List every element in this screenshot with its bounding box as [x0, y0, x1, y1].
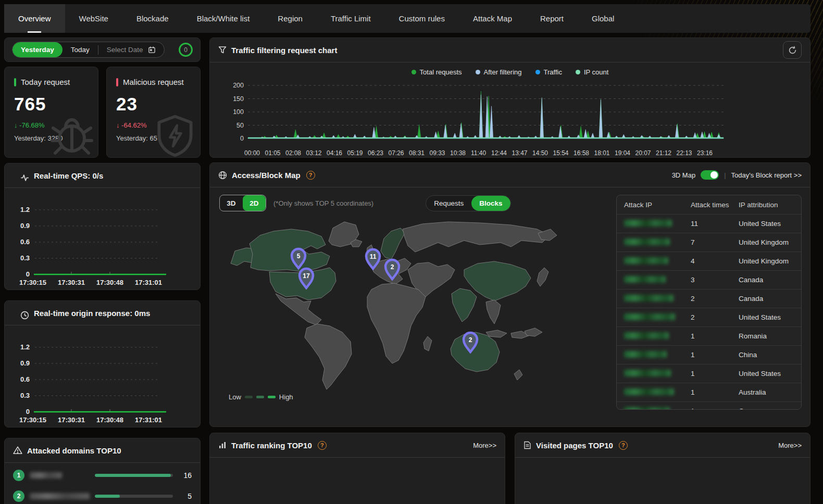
date-option-yesterday[interactable]: Yesterday — [13, 42, 63, 57]
select-date-label: Select Date — [107, 46, 143, 54]
ip-attribution-value: Australia — [739, 388, 794, 396]
help-icon[interactable]: ? — [619, 441, 628, 450]
svg-text:2: 2 — [391, 263, 394, 271]
ip-attribution-value: United States — [739, 370, 794, 377]
map-mode-requests[interactable]: Requests — [426, 196, 471, 211]
select-date-button[interactable]: Select Date — [98, 42, 164, 57]
attack-table-row[interactable]: 2Canada — [617, 289, 801, 308]
attack-times-value: 3 — [691, 276, 739, 284]
tab-overview[interactable]: Overview — [4, 4, 65, 33]
attack-table-row[interactable]: 3Canada — [617, 270, 801, 289]
tab-website[interactable]: WebSite — [65, 4, 122, 33]
notification-count-badge[interactable]: 0 — [179, 43, 193, 57]
svg-text:17:30:15: 17:30:15 — [19, 279, 46, 286]
card-title: Malicious request — [116, 78, 191, 86]
traffic-ranking-more-link[interactable]: More>> — [473, 442, 496, 449]
attack-table-row[interactable]: 4United Kingdom — [617, 251, 801, 270]
date-option-today[interactable]: Today — [63, 42, 98, 57]
map-3d-toggle-label: 3D Map — [672, 171, 696, 179]
help-icon[interactable]: ? — [306, 171, 315, 180]
warning-icon — [13, 446, 22, 455]
legend-label: Total requests — [420, 68, 462, 76]
svg-text:150: 150 — [233, 95, 244, 103]
refresh-button[interactable] — [783, 41, 802, 59]
tab-black-white-list[interactable]: Black/White list — [183, 4, 264, 33]
redacted-attack-ip — [624, 257, 668, 264]
attack-table-row[interactable]: 1China — [617, 345, 801, 364]
redacted-attack-ip — [624, 332, 669, 339]
funnel-icon — [218, 46, 227, 54]
realtime-origin-panel: Real-time origin response: 0ms 00.30.60.… — [4, 300, 201, 427]
attack-times-value: 11 — [691, 220, 739, 228]
tab-traffic-limit[interactable]: Traffic Limit — [317, 4, 385, 33]
attack-table-row[interactable]: 11United States — [617, 214, 801, 233]
svg-text:08:31: 08:31 — [409, 149, 425, 157]
map-3d-toggle[interactable] — [701, 170, 719, 180]
svg-text:0: 0 — [240, 135, 244, 142]
attack-table-row[interactable]: 7United Kingdom — [617, 233, 801, 251]
svg-text:03:12: 03:12 — [306, 149, 321, 157]
dashboard: OverviewWebSiteBlockadeBlack/White listR… — [0, 0, 823, 504]
redacted-attack-ip — [624, 276, 666, 283]
attacked-domain-row[interactable]: 116 — [5, 467, 200, 484]
tab-global[interactable]: Global — [578, 4, 628, 33]
tab-attack-map[interactable]: Attack Map — [459, 4, 526, 33]
attack-table-row[interactable]: 1United States — [617, 364, 801, 383]
redacted-attack-ip — [624, 220, 672, 226]
block-report-link[interactable]: Today's Block report >> — [731, 171, 802, 179]
map-view-3d[interactable]: 3D — [220, 195, 243, 211]
redacted-attack-ip — [624, 313, 675, 320]
svg-text:11:40: 11:40 — [471, 149, 486, 157]
legend-item[interactable]: Traffic — [535, 68, 562, 76]
attack-times-value: 1 — [691, 388, 739, 396]
attack-count-value: 16 — [178, 471, 192, 480]
svg-text:10:38: 10:38 — [450, 149, 466, 157]
legend-item[interactable]: IP count — [576, 68, 608, 76]
svg-text:23:16: 23:16 — [697, 149, 713, 157]
traffic-chart-panel: Traffic filtering request chart Total re… — [209, 37, 810, 158]
card-marker — [14, 78, 16, 86]
legend-label: After filtering — [484, 68, 522, 76]
redacted-attack-ip — [624, 407, 670, 410]
attacked-domain-row[interactable]: 25 — [5, 488, 200, 504]
legend-item[interactable]: Total requests — [412, 68, 462, 76]
legend-item[interactable]: After filtering — [476, 68, 522, 76]
tab-custom-rules[interactable]: Custom rules — [385, 4, 459, 33]
traffic-chart-title: Traffic filtering request chart — [231, 46, 337, 55]
tab-report[interactable]: Report — [526, 4, 578, 33]
attack-table-row[interactable]: 1Germany — [617, 401, 801, 410]
svg-text:0.3: 0.3 — [20, 392, 30, 399]
tab-blockade[interactable]: Blockade — [122, 4, 183, 33]
attacked-domains-panel: Attacked domains TOP10 11625 — [4, 438, 201, 504]
svg-text:15:54: 15:54 — [553, 149, 568, 157]
help-icon[interactable]: ? — [318, 441, 327, 450]
redacted-attack-ip — [624, 351, 667, 358]
map-mode-blocks[interactable]: Blocks — [471, 196, 510, 211]
access-block-map-panel: Access/Block Map ? 3D Map | Today's Bloc… — [209, 162, 810, 427]
svg-text:17:30:31: 17:30:31 — [58, 416, 85, 424]
svg-text:04:16: 04:16 — [327, 149, 342, 157]
redacted-domain — [30, 472, 62, 478]
card-title-text: Malicious request — [123, 78, 184, 86]
attack-ip-table: Attack IPAttack timesIP attribution11Uni… — [616, 195, 802, 410]
map-view-2d[interactable]: 2D — [243, 195, 266, 211]
svg-text:17: 17 — [303, 272, 310, 280]
bar-chart-icon — [218, 441, 227, 449]
today-request-card: Today request 765 ↓ -76.68% Yesterday: 3… — [4, 67, 98, 158]
bug-icon — [47, 109, 97, 158]
tab-region[interactable]: Region — [264, 4, 317, 33]
svg-text:19:04: 19:04 — [615, 149, 630, 157]
svg-text:0.9: 0.9 — [20, 222, 30, 230]
date-filter-panel: Yesterday Today Select Date 0 — [4, 37, 201, 62]
attack-table-row[interactable]: 2United States — [617, 308, 801, 326]
qps-title: Real-time QPS: 0/s — [34, 171, 103, 180]
date-range-segmented: Yesterday Today Select Date — [12, 42, 165, 58]
attack-table-header: Attack IPAttack timesIP attribution — [617, 195, 801, 214]
attack-table-row[interactable]: 1Australia — [617, 383, 801, 401]
visited-pages-more-link[interactable]: More>> — [778, 442, 802, 449]
svg-text:0.6: 0.6 — [20, 238, 30, 246]
world-map[interactable]: 5171122 — [219, 218, 607, 392]
attack-table-row[interactable]: 1Romania — [617, 326, 801, 345]
redacted-attack-ip — [624, 238, 670, 245]
malicious-request-card: Malicious request 23 ↓ -64.62% Yesterday… — [106, 67, 201, 158]
